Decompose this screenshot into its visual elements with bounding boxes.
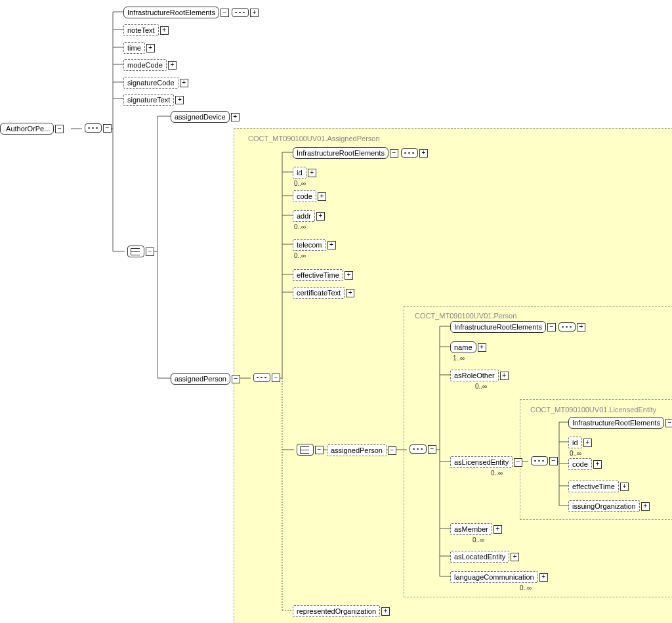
expand-icon[interactable]: +	[577, 323, 585, 332]
expand-icon[interactable]: +	[620, 483, 629, 491]
node-effectiveTime[interactable]: effectiveTime +	[293, 269, 353, 281]
label: signatureText	[123, 94, 174, 106]
sequence-icon	[401, 148, 418, 158]
label: representedOrganization	[293, 605, 380, 617]
node-time[interactable]: time +	[123, 42, 155, 54]
collapse-icon[interactable]: −	[388, 446, 396, 455]
card-addr: 0..∞	[294, 223, 306, 230]
label: addr	[293, 210, 315, 222]
node-asRoleOther[interactable]: asRoleOther +	[450, 370, 509, 381]
expand-icon[interactable]: +	[593, 460, 602, 469]
node-issuingOrganization[interactable]: issuingOrganization +	[568, 500, 650, 512]
label: effectiveTime	[568, 481, 619, 492]
expand-icon[interactable]: +	[160, 26, 169, 35]
label: noteText	[123, 24, 159, 36]
card-telecom: 0..∞	[294, 252, 306, 259]
node-modeCode[interactable]: modeCode +	[123, 59, 177, 71]
node-assignedPerson-inner[interactable]: assignedPerson −	[327, 444, 396, 456]
label: InfrastructureRootElements	[123, 7, 219, 18]
node-languageCommunication[interactable]: languageCommunication +	[450, 571, 548, 583]
node-asMember[interactable]: asMember +	[450, 523, 502, 535]
root-label: .AuthorOrPe...	[0, 123, 54, 135]
label: asMember	[450, 523, 492, 535]
node-telecom[interactable]: telecom +	[293, 239, 336, 251]
node-assignedDevice[interactable]: assignedDevice +	[171, 111, 240, 123]
label: code	[293, 190, 316, 202]
card-asRoleOther: 0..∞	[475, 383, 487, 390]
choice-ap[interactable]: −	[294, 444, 324, 456]
choice-root[interactable]: −	[125, 246, 154, 257]
collapse-icon[interactable]: −	[220, 9, 229, 17]
node-asLocatedEntity[interactable]: asLocatedEntity +	[450, 551, 519, 563]
sequence-icon	[85, 123, 102, 133]
node-representedOrganization[interactable]: representedOrganization +	[293, 605, 390, 617]
expand-icon[interactable]: +	[511, 553, 519, 561]
expand-icon[interactable]: +	[641, 502, 650, 511]
label: asLicensedEntity	[450, 456, 513, 468]
node-code2[interactable]: code +	[568, 458, 602, 470]
collapse-icon[interactable]: −	[103, 124, 112, 133]
node-infra2[interactable]: InfrastructureRootElements − +	[293, 147, 428, 159]
node-signatureCode[interactable]: signatureCode +	[123, 77, 188, 89]
collapse-icon[interactable]: −	[514, 458, 522, 467]
node-infra[interactable]: InfrastructureRootElements − +	[123, 7, 259, 18]
root-node[interactable]: .AuthorOrPe... −	[0, 123, 64, 135]
expand-icon[interactable]: +	[494, 525, 502, 534]
expand-icon[interactable]: +	[308, 169, 316, 177]
node-noteText[interactable]: noteText +	[123, 24, 169, 36]
label: code	[568, 458, 592, 470]
label: telecom	[293, 239, 326, 251]
expand-icon[interactable]: +	[583, 439, 592, 447]
node-infra4[interactable]: InfrastructureRootElements −	[568, 417, 672, 429]
expand-icon[interactable]: +	[381, 607, 390, 616]
node-asLicensedEntity[interactable]: asLicensedEntity −	[450, 456, 522, 468]
collapse-icon[interactable]: −	[665, 419, 672, 427]
label: signatureCode	[123, 77, 178, 89]
expand-icon[interactable]: +	[327, 241, 336, 249]
label: effectiveTime	[293, 269, 343, 281]
seq-root[interactable]: −	[82, 123, 112, 133]
seq-licensed[interactable]: −	[528, 456, 558, 465]
card-asMember: 0..∞	[472, 536, 484, 544]
collapse-icon[interactable]: −	[146, 247, 154, 256]
collapse-icon[interactable]: −	[232, 375, 240, 383]
sequence-icon	[558, 322, 576, 332]
expand-icon[interactable]: +	[250, 9, 259, 17]
node-id[interactable]: id +	[293, 167, 316, 179]
expand-icon[interactable]: +	[168, 61, 177, 70]
node-name[interactable]: name +	[450, 341, 486, 353]
collapse-icon[interactable]: −	[315, 446, 324, 454]
expand-icon[interactable]: +	[346, 289, 354, 297]
expand-icon[interactable]: +	[180, 79, 188, 87]
node-infra3[interactable]: InfrastructureRootElements − +	[450, 321, 585, 333]
label: asRoleOther	[450, 370, 499, 381]
expand-icon[interactable]: +	[146, 44, 155, 53]
label: id	[293, 167, 306, 179]
expand-icon[interactable]: +	[231, 113, 240, 121]
collapse-icon[interactable]: −	[390, 149, 398, 158]
expand-icon[interactable]: +	[500, 372, 509, 380]
expand-icon[interactable]: +	[318, 192, 326, 201]
expand-icon[interactable]: +	[478, 343, 486, 352]
node-certificateText[interactable]: certificateText +	[293, 287, 354, 299]
node-code[interactable]: code +	[293, 190, 326, 202]
node-addr[interactable]: addr +	[293, 210, 325, 222]
seq-person[interactable]: −	[407, 444, 436, 454]
expand-icon[interactable]: +	[316, 212, 325, 221]
collapse-icon[interactable]: −	[55, 125, 64, 133]
collapse-icon[interactable]: −	[272, 374, 280, 382]
node-id2[interactable]: id +	[568, 437, 592, 448]
card-name: 1..∞	[453, 354, 465, 362]
seq-ap[interactable]: −	[251, 373, 280, 382]
expand-icon[interactable]: +	[175, 96, 184, 104]
expand-icon[interactable]: +	[345, 271, 353, 280]
node-signatureText[interactable]: signatureText +	[123, 94, 184, 106]
expand-icon[interactable]: +	[419, 149, 428, 158]
expand-icon[interactable]: +	[539, 573, 548, 582]
collapse-icon[interactable]: −	[549, 457, 558, 465]
choice-icon	[127, 246, 144, 257]
collapse-icon[interactable]: −	[547, 323, 556, 332]
node-effectiveTime2[interactable]: effectiveTime +	[568, 481, 629, 492]
collapse-icon[interactable]: −	[428, 445, 436, 454]
node-assignedPerson-outer[interactable]: assignedPerson −	[171, 373, 240, 385]
